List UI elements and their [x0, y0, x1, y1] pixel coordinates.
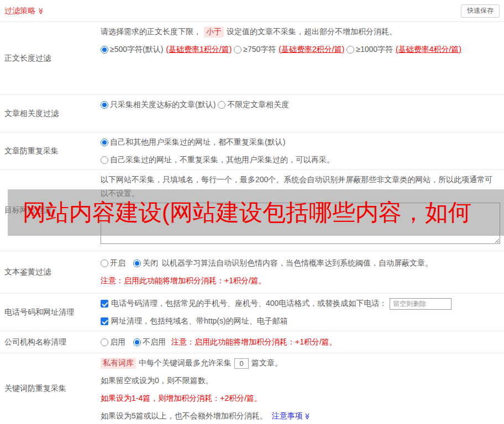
watermark-overlay-text: 网站内容建设(网站建设包括哪些内容，如何 [8, 197, 471, 228]
section-anti-duplicate: 文章防重复采集 自己和其他用户采集过的网址，都不重复采集(默认) 自己采集过的网… [0, 132, 504, 170]
keyword-note-zero: 如果留空或设为0，则不限篇数。 [101, 372, 500, 390]
private-lexicon-tag: 私有词库 [101, 358, 136, 369]
radio-option-porn-off[interactable]: 关闭 [133, 258, 158, 268]
section-label: 公司机构名称清理 [0, 331, 101, 353]
section-label: 文章相关度过滤 [0, 95, 101, 132]
keyword-cost-note: 如果设为1-4篇，则增加积分消耗：+2积分/篇。 [101, 390, 500, 407]
radio-icon[interactable] [101, 46, 108, 54]
radio-option-no-relevance-limit[interactable]: 不限定文章相关度 [218, 96, 289, 114]
section-porn-filter: 文本鉴黄过滤 开启 关闭 以机器学习算法自动识别色情内容，当色情概率达到系统阈值… [0, 251, 504, 294]
radio-option-500-chars[interactable]: ≥500字符(默认) (基础费率1积分/篇) [101, 41, 232, 59]
less-than-tag: 小于 [204, 26, 224, 38]
porn-filter-description: 以机器学习算法自动识别色情内容，当色情概率达到系统阈值，自动屏蔽文章。 [162, 258, 433, 268]
checkbox-checked-icon[interactable] [101, 300, 108, 308]
section-label: 电话号码和网址清理 [0, 294, 101, 331]
radio-option-dedup-all-users[interactable]: 自己和其他用户采集过的网址，都不重复采集(默认) [101, 134, 285, 151]
radio-option-1000-chars[interactable]: ≥1000字符 (基础费率4积分/篇) [347, 41, 461, 59]
replacement-phone-input[interactable] [390, 298, 452, 310]
section-phone-url-cleanup: 电话号码和网址清理 电话号码清理，包括常见的手机号、座机号、400电话格式，或替… [0, 294, 504, 331]
section-label: 文本鉴黄过滤 [0, 251, 101, 293]
notes-link[interactable]: 注意事项 ≫ [272, 411, 311, 421]
page-header: 过滤策略 ≫ 快速保存 [0, 0, 504, 22]
radio-icon[interactable] [133, 338, 141, 346]
checkbox-checked-icon[interactable] [101, 317, 108, 325]
filter-strategy-page: 过滤策略 ≫ 快速保存 正文长度过滤 请选择需求的正文长度下限， 小于 设定值的… [0, 0, 504, 424]
section-label: 文章防重复采集 [0, 132, 101, 169]
page-title-text: 过滤策略 [4, 6, 35, 16]
section-company-name-cleanup: 公司机构名称清理 启用 不启用 注意：启用此功能将增加积分消耗：+1积分/篇。 [0, 331, 504, 353]
radio-option-relevance-only[interactable]: 只采集相关度达标的文章(默认) [101, 96, 216, 114]
radio-icon[interactable] [347, 46, 354, 54]
checkbox-url-cleanup[interactable]: 网址清理，包括纯域名、带http(s)的网址、电子邮箱 [101, 316, 288, 326]
radio-option-dedup-self-only[interactable]: 自己采集过的网址，不重复采集，其他用户采集过的，可以再采。 [101, 151, 334, 169]
section-label: 关键词防重复采集 [0, 353, 101, 424]
fee-note: (基础费率1积分/篇) [166, 45, 232, 55]
fee-note: (基础费率4积分/篇) [396, 45, 461, 55]
max-articles-per-keyword-input[interactable] [234, 358, 249, 369]
radio-icon[interactable] [234, 46, 242, 54]
chevron-down-icon: ≫ [38, 7, 44, 14]
radio-icon[interactable] [101, 338, 108, 346]
section-keyword-anti-duplicate: 关键词防重复采集 私有词库 中每个关键词最多允许采集 篇文章。 如果留空或设为0… [0, 353, 504, 424]
section-label: 正文长度过滤 [0, 22, 101, 94]
checkbox-phone-cleanup[interactable]: 电话号码清理，包括常见的手机号、座机号、400电话格式，或替换成如下电话： [101, 299, 387, 309]
porn-filter-cost-note: 注意：启用此功能将增加积分消耗：+1积分/篇。 [101, 272, 500, 290]
radio-icon[interactable] [218, 101, 225, 109]
radio-icon[interactable] [101, 259, 108, 267]
company-cleanup-cost-note: 注意：启用此功能将增加积分消耗：+1积分/篇。 [171, 337, 337, 347]
section-body-length-filter: 正文长度过滤 请选择需求的正文长度下限， 小于 设定值的文章不采集，超出部分不增… [0, 22, 504, 95]
keyword-note-five-plus: 如果设为5篇或以上，也不会额外增加积分消耗。 [101, 411, 267, 421]
radio-icon[interactable] [101, 139, 108, 146]
fee-note: (基础费率2积分/篇) [279, 45, 344, 55]
radio-icon[interactable] [101, 156, 108, 164]
chevron-down-icon: ≫ [304, 413, 311, 420]
page-title[interactable]: 过滤策略 ≫ [0, 6, 45, 16]
length-filter-description: 请选择需求的正文长度下限， 小于 设定值的文章不采集，超出部分不增加积分消耗。 [101, 23, 500, 41]
radio-option-750-chars[interactable]: ≥750字符 (基础费率2积分/篇) [234, 41, 344, 59]
radio-option-porn-on[interactable]: 开启 [101, 258, 125, 268]
radio-option-company-disable[interactable]: 不启用 [133, 337, 166, 347]
radio-icon[interactable] [133, 259, 141, 267]
radio-icon[interactable] [101, 101, 108, 109]
radio-option-company-enable[interactable]: 启用 [101, 337, 125, 347]
quick-save-button[interactable]: 快速保存 [461, 4, 500, 18]
watermark-overlay-banner: 网站内容建设(网站建设包括哪些内容，如何 [8, 189, 504, 236]
section-relevance-filter: 文章相关度过滤 只采集相关度达标的文章(默认) 不限定文章相关度 [0, 95, 504, 132]
